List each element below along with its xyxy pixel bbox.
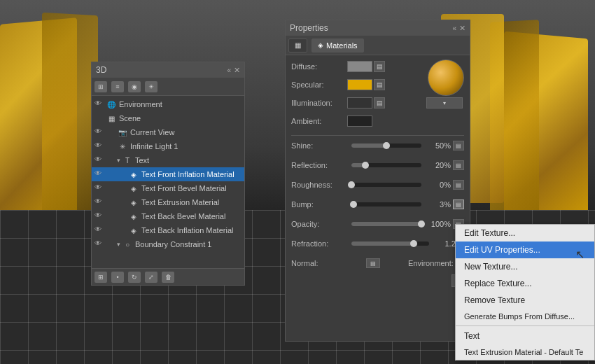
ambient-swatch[interactable] [347, 115, 372, 127]
opacity-slider-thumb [418, 220, 425, 227]
panel-props-expand-btn[interactable]: « [452, 24, 456, 32]
toolbar-scene-icon[interactable]: ◉ [128, 81, 141, 92]
ctx-item-replace-texture[interactable]: Replace Texture... [456, 275, 594, 292]
specular-file-btn[interactable]: ▤ [374, 79, 385, 90]
scene-item-text-front-bevel[interactable]: 👁 ◈ Text Front Bevel Material [92, 181, 244, 195]
scene-item-text[interactable]: 👁 ▾ T Text [92, 153, 244, 167]
eye-icon-text[interactable]: 👁 [94, 155, 104, 165]
materials-header-row: Diffuse: ▤ Specular: ▤ Illumination: ▤ [291, 59, 464, 132]
panel-3d-titlebar: 3D « ✕ [92, 62, 244, 78]
prop-row-normal-env: Normal: ▤ Environment: [291, 256, 464, 270]
panel-props-close-btn[interactable]: ✕ [459, 24, 465, 33]
scene-item-scene[interactable]: 👁 ▦ Scene [92, 111, 244, 125]
scene-item-text-label: Text [135, 156, 149, 164]
material-sphere [428, 59, 464, 96]
panel-3d: 3D « ✕ ⊞ ≡ ◉ ☀ 👁 🌐 Environment 👁 ▦ Scene… [91, 62, 245, 286]
prop-label-refraction: Refraction: [291, 239, 347, 248]
eye-icon-text-back-inflation[interactable]: 👁 [94, 225, 104, 235]
ctx-item-remove-texture[interactable]: Remove Texture [456, 292, 594, 309]
eye-icon-boundary-constraint[interactable]: 👁 [94, 239, 104, 249]
opacity-value: 100% [426, 220, 451, 228]
panel-3d-title: 3D [96, 65, 106, 75]
prop-label-reflection: Reflection: [291, 161, 347, 169]
item-icon-text-front-inflation: ◈ [128, 169, 139, 179]
prop-label-illumination: Illumination: [291, 99, 347, 107]
prop-slider-refraction: Refraction: 1.299 [291, 237, 464, 251]
scene-item-text-back-bevel-label: Text Back Bevel Material [141, 212, 225, 220]
bump-file-btn[interactable]: ▤ [453, 200, 464, 209]
prop-row-specular: Specular: ▤ [291, 78, 418, 92]
scene-item-current-view[interactable]: 👁 📷 Current View [92, 125, 244, 139]
materials-props-col: Diffuse: ▤ Specular: ▤ Illumination: ▤ [291, 59, 418, 132]
shine-file-btn[interactable]: ▤ [453, 141, 464, 150]
ctx-item-edit-texture[interactable]: Edit Texture... [456, 225, 594, 241]
prop-label-normal: Normal: [291, 259, 347, 267]
eye-icon-text-front-inflation[interactable]: 👁 [94, 169, 104, 179]
scene-item-text-back-inflation[interactable]: 👁 ◈ Text Back Inflation Material [92, 223, 244, 237]
item-icon-infinite-light: ✳ [117, 141, 128, 151]
item-icon-environment: 🌐 [106, 99, 117, 109]
diffuse-swatch[interactable] [347, 61, 372, 72]
bottom-move-icon[interactable]: ⤢ [145, 272, 158, 283]
bottom-rotate-icon[interactable]: ↻ [128, 272, 141, 283]
prop-slider-shine: Shine: 50% ▤ [291, 139, 464, 153]
toolbar-grid-icon[interactable]: ⊞ [94, 81, 107, 92]
illumination-file-btn[interactable]: ▤ [374, 97, 385, 108]
roughness-file-btn[interactable]: ▤ [453, 180, 464, 190]
eye-icon-environment[interactable]: 👁 [94, 99, 104, 109]
diffuse-file-btn[interactable]: ▤ [374, 61, 385, 72]
ctx-item-text-extrusion[interactable]: Text Extrusion Material - Default Te [456, 344, 594, 360]
panel-3d-close-btn[interactable]: ✕ [234, 66, 240, 75]
expand-text-icon[interactable]: ▾ [117, 157, 120, 164]
item-icon-current-view: 📷 [117, 127, 128, 137]
shine-slider-track[interactable] [351, 144, 421, 148]
bottom-trash-icon[interactable]: 🗑 [162, 272, 174, 283]
tab-materials-label: Materials [326, 41, 358, 50]
tab-scene[interactable]: ▦ [288, 38, 307, 52]
illumination-swatch[interactable] [347, 97, 372, 108]
material-sphere-dropdown[interactable]: ▾ [426, 97, 463, 108]
eye-icon-infinite-light[interactable]: 👁 [94, 141, 104, 151]
scene-item-infinite-light[interactable]: 👁 ✳ Infinite Light 1 [92, 139, 244, 153]
reflection-file-btn[interactable]: ▤ [453, 160, 464, 170]
divider-1 [291, 135, 464, 136]
toolbar-light-icon[interactable]: ☀ [145, 81, 158, 92]
tab-materials[interactable]: ◈ Materials [312, 38, 364, 52]
specular-swatch[interactable] [347, 79, 372, 90]
panel-3d-expand-btn[interactable]: « [227, 66, 231, 74]
scene-item-text-back-bevel[interactable]: 👁 ◈ Text Back Bevel Material [92, 209, 244, 223]
reflection-slider-track[interactable] [351, 163, 421, 167]
scene-item-text-extrusion[interactable]: 👁 ◈ Text Extrusion Material [92, 195, 244, 209]
normal-file-btn[interactable]: ▤ [366, 258, 380, 268]
toolbar-list-icon[interactable]: ≡ [111, 81, 124, 92]
eye-icon-text-extrusion[interactable]: 👁 [94, 197, 104, 207]
refraction-slider-track[interactable] [351, 241, 429, 246]
prop-refraction-top: Refraction: 1.299 [291, 237, 464, 251]
ctx-item-generate-bumps[interactable]: Generate Bumps From Diffuse... [456, 309, 594, 324]
item-icon-text-extrusion: ◈ [128, 197, 139, 207]
prop-slider-bump: Bump: 3% ▤ [291, 197, 464, 211]
scene-item-boundary-constraint[interactable]: 👁 ▾ ○ Boundary Constraint 1 [92, 237, 244, 251]
prop-label-diffuse: Diffuse: [291, 62, 347, 71]
bump-slider-track[interactable] [351, 202, 421, 206]
context-menu: Edit Texture... Edit UV Properties... Ne… [455, 224, 595, 360]
eye-icon-text-front-bevel[interactable]: 👁 [94, 183, 104, 193]
prop-shine-top: Shine: 50% ▤ [291, 139, 464, 153]
ctx-item-edit-uv[interactable]: Edit UV Properties... [456, 241, 594, 258]
scene-item-text-front-inflation[interactable]: 👁 ◈ Text Front Inflation Material [92, 167, 244, 181]
bottom-mesh-icon[interactable]: ⊞ [94, 272, 107, 283]
expand-boundary-icon[interactable]: ▾ [117, 241, 120, 248]
ctx-item-new-texture[interactable]: New Texture... [456, 258, 594, 275]
eye-icon-text-back-bevel[interactable]: 👁 [94, 211, 104, 221]
prop-label-shine: Shine: [291, 141, 347, 150]
scene-item-environment[interactable]: 👁 🌐 Environment [92, 97, 244, 111]
bottom-point-icon[interactable]: • [111, 272, 124, 283]
panel-props-titlebar-buttons: « ✕ [452, 24, 465, 33]
opacity-slider-track[interactable] [351, 222, 421, 226]
ctx-item-text[interactable]: Text [456, 328, 594, 344]
eye-icon-current-view[interactable]: 👁 [94, 127, 104, 137]
roughness-slider-track[interactable] [351, 183, 421, 187]
roughness-value: 0% [426, 181, 451, 189]
scene-item-infinite-light-label: Infinite Light 1 [130, 142, 178, 150]
bump-value: 3% [426, 200, 451, 209]
